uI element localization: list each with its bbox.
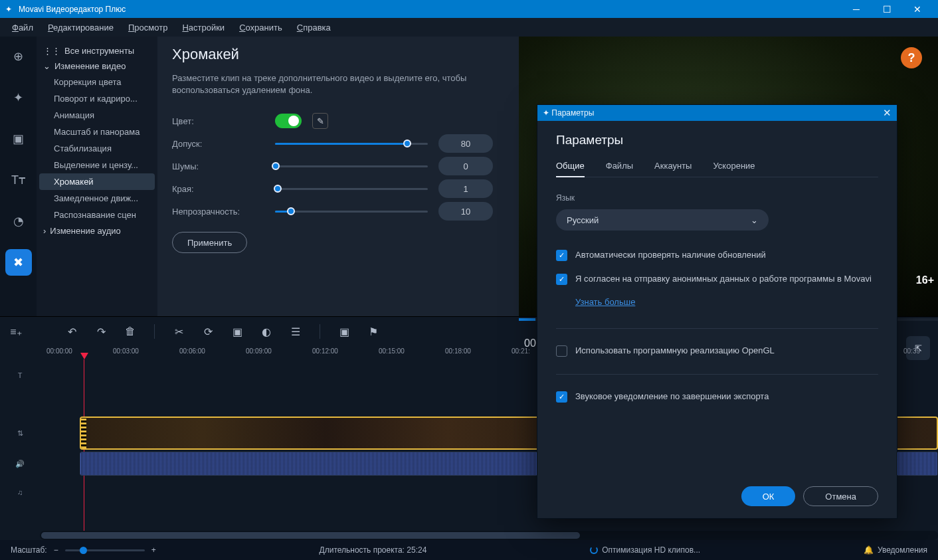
zoom-out-icon[interactable]: − (54, 545, 58, 555)
tab-files[interactable]: Файлы (606, 161, 633, 177)
maximize-button[interactable]: ☐ (872, 0, 902, 18)
opacity-slider[interactable] (275, 207, 428, 216)
link-icon: ⇅ (17, 429, 23, 438)
menubar: Файл Редактирование Просмотр Настройки С… (0, 18, 938, 37)
checkbox-sound-notify[interactable]: ✓ Звуковое уведомление по завершении экс… (556, 391, 878, 403)
sidebar-item-color[interactable]: Коррекция цвета (39, 74, 155, 90)
bell-icon[interactable]: 🔔 (864, 545, 874, 555)
text-track-icon: T (18, 371, 23, 379)
menu-help[interactable]: Справка (297, 23, 331, 33)
minimize-button[interactable]: ─ (841, 0, 872, 18)
clip-props-icon[interactable]: ☰ (288, 324, 304, 339)
apply-button[interactable]: Применить (172, 232, 247, 253)
dialog-icon: ✦ (543, 108, 549, 118)
cancel-button[interactable]: Отмена (803, 486, 878, 506)
app-title: Movavi Видеоредактор Плюс (19, 5, 841, 14)
color-label: Цвет: (172, 116, 275, 126)
language-select[interactable]: Русский ⌄ (556, 209, 769, 231)
opacity-value[interactable]: 10 (438, 202, 493, 221)
tolerance-slider[interactable] (275, 139, 428, 148)
side-panel: ⋮⋮Все инструменты ⌄Изменение видео Корре… (37, 37, 157, 316)
divider (556, 328, 878, 329)
edges-label: Края: (172, 184, 275, 194)
learn-more-link[interactable]: Узнать больше (575, 297, 878, 307)
add-media-icon[interactable]: ⊕ (5, 43, 32, 70)
ok-button[interactable]: ОК (741, 486, 796, 506)
dialog-heading: Параметры (556, 133, 878, 147)
zoom-in-icon[interactable]: + (151, 545, 156, 555)
tolerance-value[interactable]: 80 (438, 134, 493, 153)
menu-view[interactable]: Просмотр (128, 23, 167, 33)
checkbox-opengl[interactable]: Использовать программную реализацию Open… (556, 345, 878, 357)
sidebar-item-highlight[interactable]: Выделение и цензу... (39, 157, 155, 173)
sidebar-item-crop[interactable]: Поворот и кадриро... (39, 90, 155, 107)
record-icon[interactable]: ▣ (336, 324, 352, 339)
marker-icon[interactable]: ⚑ (365, 324, 381, 339)
menu-file[interactable]: Файл (12, 23, 33, 33)
redo-icon[interactable]: ↷ (93, 324, 109, 339)
dialog-close-icon[interactable]: ✕ (883, 107, 891, 119)
language-value: Русский (567, 215, 599, 225)
cut-icon[interactable]: ✂ (171, 324, 187, 339)
noise-value[interactable]: 0 (438, 157, 493, 175)
more-tools-icon[interactable]: ✖ (5, 249, 32, 276)
chromakey-panel: Хромакей Разместите клип на треке дополн… (157, 37, 519, 316)
sidebar-item-scenes[interactable]: Распознавание сцен (39, 207, 155, 223)
divider (556, 374, 878, 375)
menu-save[interactable]: Сохранить (239, 23, 282, 33)
music-icon: ♫ (17, 488, 23, 496)
edges-value[interactable]: 1 (438, 179, 493, 198)
sidebar-item-chromakey[interactable]: Хромакей (39, 173, 155, 190)
group-audio-edit[interactable]: ›Изменение аудио (39, 223, 155, 238)
menu-settings[interactable]: Настройки (182, 23, 225, 33)
help-button[interactable]: ? (901, 47, 922, 68)
color-toggle[interactable] (275, 114, 302, 128)
age-badge: 16+ (916, 274, 934, 286)
spinner-icon (590, 546, 598, 554)
tool-rail: ⊕ ✦ ▣ Tᴛ ◔ ✖ (0, 37, 37, 316)
menu-edit[interactable]: Редактирование (48, 23, 114, 33)
titles-icon[interactable]: Tᴛ (5, 167, 32, 193)
sidebar-item-stabilize[interactable]: Стабилизация (39, 140, 155, 157)
eyedropper-icon[interactable]: ✎ (312, 113, 328, 129)
duration-label: Длительность проекта: (320, 545, 405, 555)
noise-slider[interactable] (275, 161, 428, 171)
tolerance-label: Допуск: (172, 139, 275, 149)
chevron-down-icon: ⌄ (751, 215, 758, 225)
edges-slider[interactable] (275, 184, 428, 193)
speaker-icon: 🔊 (15, 460, 25, 468)
timeline-scrollbar[interactable] (40, 531, 938, 540)
tab-acceleration[interactable]: Ускорение (713, 161, 755, 177)
language-label: Язык (556, 193, 878, 203)
panel-heading: Хромакей (172, 46, 504, 63)
crop-icon[interactable]: ▣ (229, 324, 245, 339)
tab-general[interactable]: Общие (556, 161, 585, 177)
color-adjust-icon[interactable]: ◐ (258, 324, 274, 339)
undo-icon[interactable]: ↶ (64, 324, 80, 339)
noise-label: Шумы: (172, 161, 275, 171)
delete-icon[interactable]: 🗑 (122, 324, 138, 339)
tab-accounts[interactable]: Аккаунты (654, 161, 692, 177)
zoom-slider[interactable] (65, 549, 145, 551)
checkbox-anon-data[interactable]: ✓ Я согласен на отправку анонимных данны… (556, 273, 878, 285)
preferences-dialog: ✦ Параметры ✕ Параметры Общие Файлы Акка… (537, 104, 897, 519)
notifications-label[interactable]: Уведомления (878, 545, 927, 555)
transitions-icon[interactable]: ▣ (5, 126, 32, 152)
duration-value: 25:24 (407, 545, 426, 555)
effects-icon[interactable]: ✦ (5, 84, 32, 111)
group-video-edit[interactable]: ⌄Изменение видео (39, 58, 155, 74)
checkbox-updates[interactable]: ✓ Автоматически проверять наличие обновл… (556, 249, 878, 261)
status-bar: Масштаб: − + Длительность проекта: 25:24… (0, 540, 938, 560)
dialog-title: Параметры (551, 108, 594, 118)
zoom-label: Масштаб: (11, 545, 47, 555)
sidebar-item-zoom[interactable]: Масштаб и панорама (39, 124, 155, 140)
stickers-icon[interactable]: ◔ (5, 208, 32, 234)
group-all-tools[interactable]: ⋮⋮Все инструменты (39, 43, 155, 58)
close-button[interactable]: ✕ (902, 0, 933, 18)
sidebar-item-slowmo[interactable]: Замедленное движ... (39, 190, 155, 207)
sidebar-item-animation[interactable]: Анимация (39, 107, 155, 124)
app-icon: ✦ (5, 5, 15, 14)
add-track-icon[interactable]: ≡₊ (8, 324, 24, 339)
titlebar: ✦ Movavi Видеоредактор Плюс ─ ☐ ✕ (0, 0, 938, 18)
rotate-icon[interactable]: ⟳ (200, 324, 216, 339)
